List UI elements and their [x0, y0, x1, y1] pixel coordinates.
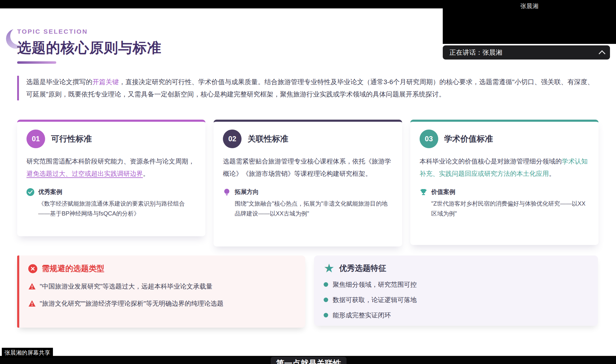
warning-triangle-icon: [28, 300, 36, 307]
intro-text-pre: 选题是毕业论文撰写的: [26, 78, 92, 86]
active-speaker-bar[interactable]: 正在讲话：张晨湘: [443, 45, 610, 60]
avoid-card-header: 需规避的选题类型: [28, 263, 296, 274]
good-item: 聚焦细分领域，研究范围可控: [324, 280, 588, 289]
good-item-text: 数据可获取，论证逻辑可落地: [333, 295, 417, 304]
card-body-pre: 本科毕业论文的价值核心是对旅游管理细分领域的: [420, 158, 562, 165]
card-academic-value: 03 学术价值标准 本科毕业论文的价值核心是对旅游管理细分领域的学术认知补充、实…: [410, 120, 599, 245]
card-header: 01 可行性标准: [26, 130, 196, 148]
card-relevance: 02 关联性标准 选题需紧密贴合旅游管理专业核心课程体系，依托《旅游学概论》《旅…: [214, 120, 402, 246]
avoid-card-title: 需规避的选题类型: [42, 263, 104, 274]
card-feasibility: 01 可行性标准 研究范围需适配本科阶段研究能力、资源条件与论文周期，避免选题过…: [17, 120, 205, 236]
card-number-badge: 02: [223, 130, 242, 148]
card-sub-block: 价值案例 "Z世代游客对乡村民宿的消费偏好与体验优化研究——以XX区域为例": [420, 188, 590, 219]
lightbulb-icon: [223, 188, 231, 196]
sub-text: "Z世代游客对乡村民宿的消费偏好与体验优化研究——以XX区域为例": [431, 199, 590, 219]
sub-text: 《数字经济赋能旅游流通体系建设的要素识别与路径组合——基于BP神经网络与fsQC…: [38, 199, 196, 219]
active-speaker-label: 正在讲话：张晨湘: [449, 48, 502, 57]
avoid-item: "中国旅游业发展研究"等选题过大，远超本科毕业论文承载量: [28, 282, 296, 291]
card-body-pre: 选题需紧密贴合旅游管理专业核心课程体系，依托《旅游学概论》《旅游市场营销》等课程…: [223, 158, 391, 177]
card-sub-block: 拓展方向 围绕"文旅融合"核心热点，拓展为"非遗文化赋能旅游目的地品牌建设——以…: [223, 188, 393, 219]
good-topics-card: ★ 优秀选题特征 聚焦细分领域，研究范围可控 数据可获取，论证逻辑可落地 能形成…: [314, 255, 598, 326]
page-title: 选题的核心原则与标准: [17, 38, 162, 57]
avoid-item-text: "旅游文化研究""旅游经济学理论探析"等无明确边界的纯理论选题: [40, 299, 223, 308]
bullet-dot-icon: [324, 282, 328, 287]
live-caption: 第一点就是关联性: [271, 357, 346, 364]
error-circle-icon: [28, 264, 37, 273]
card-body: 本科毕业论文的价值核心是对旅游管理细分领域的学术认知补充、实践问题回应或研究方法…: [420, 155, 590, 180]
good-item-text: 能形成完整实证闭环: [333, 311, 391, 320]
warning-triangle-icon: [28, 283, 36, 290]
card-body-post: 。: [143, 170, 149, 177]
card-sub-block: 优秀案例 《数字经济赋能旅游流通体系建设的要素识别与路径组合——基于BP神经网络…: [26, 188, 196, 219]
card-number-badge: 01: [26, 130, 45, 148]
card-title: 关联性标准: [248, 133, 288, 144]
card-body: 研究范围需适配本科阶段研究能力、资源条件与论文周期，避免选题过大、过空或超出实践…: [26, 155, 196, 180]
participant-video-tile[interactable]: 张晨湘: [443, 0, 616, 44]
card-header: 02 关联性标准: [223, 130, 393, 148]
standards-cards-row: 01 可行性标准 研究范围需适配本科阶段研究能力、资源条件与论文周期，避免选题过…: [17, 120, 599, 246]
bullet-dot-icon: [324, 313, 328, 317]
card-title: 可行性标准: [51, 133, 92, 144]
good-item-text: 聚焦细分领域，研究范围可控: [333, 280, 417, 289]
avoid-item-text: "中国旅游业发展研究"等选题过大，远超本科毕业论文承载量: [40, 282, 212, 291]
intro-highlight: 开篇关键: [92, 78, 119, 86]
check-circle-icon: [26, 188, 34, 196]
card-number-badge: 03: [420, 130, 438, 148]
live-caption-text: 第一点就是关联性: [276, 357, 341, 364]
good-item: 数据可获取，论证逻辑可落地: [324, 295, 588, 304]
trophy-icon: [420, 188, 427, 196]
sub-head: 拓展方向: [223, 188, 393, 196]
good-card-header: ★ 优秀选题特征: [324, 263, 588, 274]
sub-label: 拓展方向: [235, 188, 259, 196]
sub-label: 价值案例: [431, 188, 455, 196]
star-icon: ★: [324, 263, 334, 274]
avoid-item: "旅游文化研究""旅游经济学理论探析"等无明确边界的纯理论选题: [28, 299, 296, 308]
card-body-pre: 研究范围需适配本科阶段研究能力、资源条件与论文周期，: [26, 158, 195, 165]
sub-label: 优秀案例: [38, 188, 62, 196]
card-body-highlight: 避免选题过大、过空或超出实践调研边界: [26, 170, 143, 177]
chevron-up-icon[interactable]: [599, 50, 605, 57]
avoid-topics-card: 需规避的选题类型 "中国旅游业发展研究"等选题过大，远超本科毕业论文承载量 "旅…: [17, 255, 305, 328]
good-item: 能形成完整实证闭环: [324, 311, 588, 320]
card-body-post: 。: [549, 170, 556, 177]
participant-name: 张晨湘: [443, 2, 616, 10]
sub-text: 围绕"文旅融合"核心热点，拓展为"非遗文化赋能旅游目的地品牌建设——以XX古城为…: [235, 199, 393, 219]
sub-head: 优秀案例: [26, 188, 196, 196]
title-underline: [17, 61, 56, 64]
bullet-dot-icon: [324, 298, 328, 302]
good-card-title: 优秀选题特征: [339, 263, 386, 274]
sub-head: 价值案例: [420, 188, 590, 196]
intro-paragraph: 选题是毕业论文撰写的开篇关键，直接决定研究的可行性、学术价值与成果质量。结合旅游…: [17, 76, 598, 100]
slide-eyebrow: TOPIC SELECTION: [17, 28, 88, 35]
card-header: 03 学术价值标准: [420, 130, 590, 148]
card-title: 学术价值标准: [444, 133, 493, 144]
screen-share-badge: 张晨湘的屏幕共享: [2, 348, 53, 358]
card-body: 选题需紧密贴合旅游管理专业核心课程体系，依托《旅游学概论》《旅游市场营销》等课程…: [223, 155, 393, 180]
